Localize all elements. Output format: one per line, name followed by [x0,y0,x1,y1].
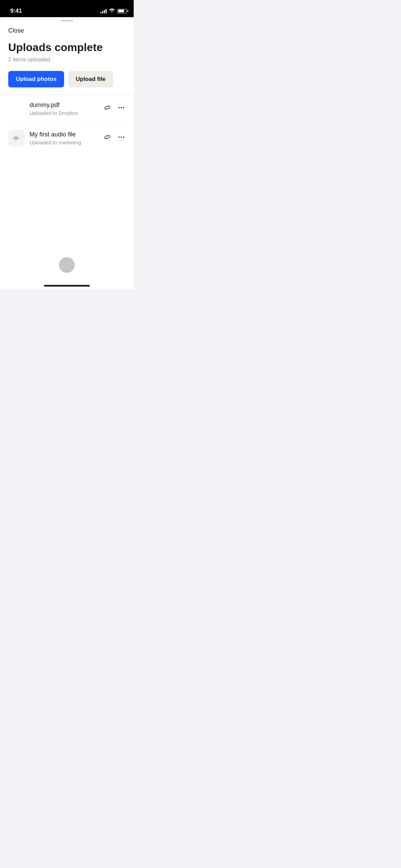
svg-rect-5 [16,136,16,141]
svg-point-1 [121,107,122,108]
more-options-icon[interactable] [117,133,125,143]
upload-count: 2 items uploaded [8,57,125,63]
wifi-icon [109,8,115,14]
upload-photos-button[interactable]: Upload photos [8,71,64,87]
status-time: 9:41 [10,8,22,14]
copy-link-icon[interactable] [103,133,112,144]
file-name: My first audio file [29,131,98,138]
status-bar: 9:41 [0,0,134,17]
page-title: Uploads complete [8,41,125,54]
file-name: dummy.pdf [29,101,98,109]
status-icons [100,8,127,14]
more-options-icon[interactable] [117,104,125,113]
sheet-header: Close Uploads complete 2 items uploaded [0,22,134,63]
file-location: Uploaded to marketing [29,140,98,145]
svg-rect-3 [13,137,14,139]
file-list: dummy.pdf Uploaded to Dropbox [0,95,134,153]
svg-point-0 [118,107,120,108]
file-actions [103,133,125,144]
file-actions [103,103,125,114]
table-row: My first audio file Uploaded to marketin… [8,123,125,153]
bottom-sheet: Close Uploads complete 2 items uploaded … [0,17,134,289]
svg-rect-4 [14,136,15,140]
file-info: My first audio file Uploaded to marketin… [29,131,98,145]
svg-rect-6 [17,137,18,140]
signal-icon [100,9,107,13]
svg-point-2 [123,107,124,108]
upload-file-button[interactable]: Upload file [68,71,113,87]
audio-file-icon [8,130,25,146]
home-circle [59,257,75,273]
home-indicator [44,285,90,287]
svg-point-8 [118,136,120,138]
svg-point-10 [123,136,124,138]
battery-icon [117,9,127,13]
file-location: Uploaded to Dropbox [29,110,98,116]
svg-point-9 [121,136,122,138]
table-row: dummy.pdf Uploaded to Dropbox [8,95,125,123]
close-button[interactable]: Close [8,27,24,34]
file-info: dummy.pdf Uploaded to Dropbox [29,101,98,116]
action-buttons: Upload photos Upload file [0,71,134,94]
copy-link-icon[interactable] [103,103,112,114]
svg-rect-7 [19,137,19,139]
